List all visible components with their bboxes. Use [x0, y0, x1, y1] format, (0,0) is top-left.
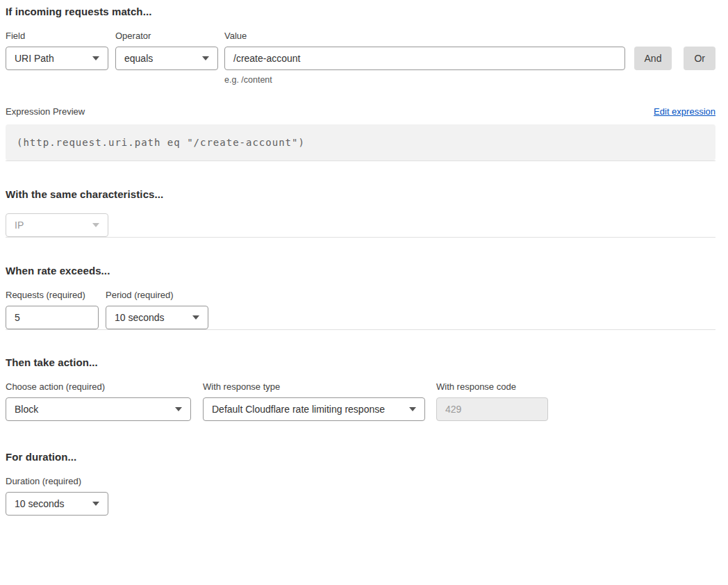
response-code-label: With response code — [436, 381, 548, 393]
field-select[interactable]: URI Path — [6, 47, 108, 70]
value-input[interactable] — [224, 47, 625, 70]
section-characteristics: With the same characteristics... IP — [6, 188, 715, 237]
value-helper-text: e.g. /content — [224, 75, 625, 85]
duration-select-value: 10 seconds — [15, 498, 65, 509]
chevron-down-icon — [192, 315, 199, 320]
section-rate: When rate exceeds... Requests (required)… — [6, 265, 715, 329]
response-code-column: With response code — [436, 381, 548, 421]
period-column: Period (required) 10 seconds — [106, 290, 208, 329]
rate-row: Requests (required) Period (required) 10… — [6, 290, 715, 329]
chevron-down-icon — [92, 223, 99, 227]
choose-action-label: Choose action (required) — [6, 381, 191, 393]
chevron-down-icon — [92, 56, 99, 60]
duration-select[interactable]: 10 seconds — [6, 492, 108, 516]
period-select[interactable]: 10 seconds — [106, 306, 208, 329]
choose-action-select[interactable]: Block — [6, 397, 191, 421]
divider — [6, 160, 715, 161]
duration-heading: For duration... — [6, 451, 715, 463]
chevron-down-icon — [202, 56, 209, 60]
chevron-down-icon — [409, 407, 416, 411]
rate-limiting-rule-form: If incoming requests match... Field URI … — [6, 6, 715, 516]
field-column: Field URI Path — [6, 31, 108, 70]
expression-preview-code: (http.request.uri.path eq "/create-accou… — [6, 124, 715, 160]
characteristic-select-value: IP — [15, 220, 24, 231]
response-type-label: With response type — [203, 381, 425, 393]
section-action: Then take action... Choose action (requi… — [6, 356, 715, 421]
rate-heading: When rate exceeds... — [6, 265, 715, 277]
response-type-select[interactable]: Default Cloudflare rate limiting respons… — [203, 397, 425, 421]
condition-row: Field URI Path Operator equals Value e.g… — [6, 31, 715, 85]
section-incoming-requests: If incoming requests match... Field URI … — [6, 6, 715, 160]
field-label: Field — [6, 31, 108, 42]
action-row: Choose action (required) Block With resp… — [6, 381, 715, 421]
divider — [6, 237, 715, 238]
operator-select-value: equals — [124, 53, 153, 64]
expression-preview-header: Expression Preview Edit expression — [6, 106, 715, 117]
value-label: Value — [224, 31, 625, 42]
period-label: Period (required) — [106, 290, 208, 301]
operator-select[interactable]: equals — [115, 47, 218, 70]
duration-label: Duration (required) — [6, 476, 715, 487]
response-type-select-value: Default Cloudflare rate limiting respons… — [212, 404, 385, 415]
action-heading: Then take action... — [6, 356, 715, 368]
divider — [6, 329, 715, 330]
expression-preview-label: Expression Preview — [6, 106, 85, 117]
period-select-value: 10 seconds — [115, 312, 165, 323]
incoming-requests-heading: If incoming requests match... — [6, 6, 715, 17]
choose-action-column: Choose action (required) Block — [6, 381, 191, 421]
operator-label: Operator — [115, 31, 218, 42]
characteristics-heading: With the same characteristics... — [6, 188, 715, 200]
requests-input[interactable] — [6, 306, 99, 329]
chevron-down-icon — [92, 502, 99, 506]
and-button[interactable]: And — [634, 47, 672, 70]
value-column: Value e.g. /content — [224, 31, 625, 85]
requests-label: Requests (required) — [6, 290, 99, 301]
choose-action-select-value: Block — [15, 404, 38, 415]
characteristic-select: IP — [6, 213, 108, 237]
section-duration: For duration... Duration (required) 10 s… — [6, 451, 715, 516]
edit-expression-link[interactable]: Edit expression — [654, 106, 715, 117]
operator-column: Operator equals — [115, 31, 218, 70]
chevron-down-icon — [175, 407, 182, 411]
connector-buttons: And Or — [634, 31, 715, 70]
field-select-value: URI Path — [15, 53, 54, 64]
requests-column: Requests (required) — [6, 290, 99, 329]
response-type-column: With response type Default Cloudflare ra… — [203, 381, 425, 421]
or-button[interactable]: Or — [684, 47, 715, 70]
response-code-input — [436, 397, 548, 421]
